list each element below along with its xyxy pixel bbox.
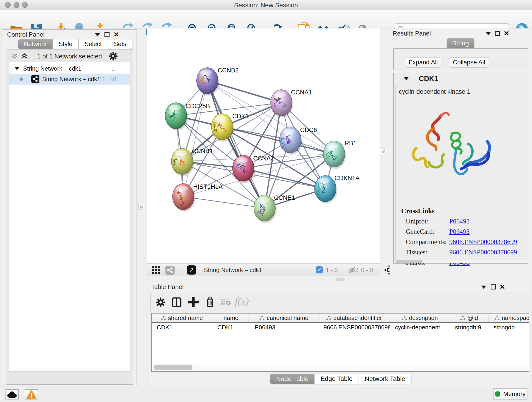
- tab-network[interactable]: Network: [18, 39, 53, 49]
- results-menu-icon[interactable]: [486, 32, 491, 36]
- network-node-CDK1[interactable]: CDK1: [211, 113, 249, 142]
- cloud-icon: [7, 390, 17, 398]
- crosslink-row: Tissues:9606.ENSP00000378699: [401, 247, 523, 257]
- current-network-dot-icon: [19, 77, 23, 81]
- node-label: CDC6: [300, 127, 317, 133]
- network-edge-CCNB2-HIST1H1A[interactable]: [183, 81, 207, 197]
- warnings-button[interactable]: [25, 389, 38, 400]
- column-header-@id[interactable]: @id: [450, 313, 488, 322]
- hidden-node-edge-counts: 0 - 0: [361, 267, 373, 274]
- tab-sets[interactable]: Sets: [108, 39, 133, 49]
- table-cell: CDK1: [212, 323, 250, 332]
- gene-detail-box: cyclin-dependent kinase 1 CrossLinks Uni…: [395, 86, 526, 261]
- node-label: CDC25B: [186, 103, 210, 109]
- crosslink-link[interactable]: P06493: [449, 217, 470, 225]
- delete-column-trash-icon[interactable]: [205, 296, 215, 308]
- column-header-description[interactable]: description: [390, 313, 450, 322]
- table-hscrollbar[interactable]: [152, 364, 528, 371]
- left-splitter-knob[interactable]: [138, 204, 144, 210]
- network-edge-CDK1-RB1[interactable]: [222, 127, 334, 154]
- results-panel-title: Results Panel: [393, 30, 431, 37]
- crosslink-link[interactable]: 9606.ENSP00000378699: [449, 249, 517, 256]
- crosslink-link[interactable]: P06493: [449, 228, 470, 235]
- panel-float-icon[interactable]: [104, 32, 109, 38]
- title-bar: Session: New Session: [0, 0, 532, 10]
- network-collection-label: String Network – cdk1: [23, 65, 81, 72]
- tab-edge-table[interactable]: Edge Table: [315, 374, 359, 384]
- table-menu-icon[interactable]: [481, 286, 486, 290]
- node-label: HIST1H1A: [193, 183, 223, 190]
- collapse-all-button[interactable]: Collapse All: [449, 57, 489, 67]
- control-panel-title: Control Panel: [7, 31, 45, 38]
- results-hscrollbar[interactable]: [395, 260, 527, 263]
- network-node-CCNA1[interactable]: CCNA1: [271, 89, 312, 118]
- tab-string[interactable]: String: [447, 38, 474, 49]
- network-node-CCNE1[interactable]: CCNE1: [254, 194, 295, 223]
- node-table: shared namenamecanonical namedatabase id…: [151, 313, 529, 372]
- status-bar: Memory: [0, 387, 532, 402]
- results-actions-box: Expand All Collapse All: [393, 48, 528, 70]
- expand-all-button[interactable]: Expand All: [405, 57, 441, 67]
- string-view-icon[interactable]: [165, 266, 175, 275]
- open-in-browser-icon[interactable]: ↗: [187, 265, 196, 274]
- network-row-selected[interactable]: String Network – cdk1 11 48: [9, 74, 130, 85]
- table-float-icon[interactable]: [491, 284, 496, 290]
- network-node-CDC25B[interactable]: CDC25B: [165, 103, 210, 131]
- selected-node-edge-counts: 1 - 0: [326, 267, 338, 274]
- network-view-toolbar: ↗ String Network – cdk1 ✓ 1 - 0 0 - 0: [147, 263, 380, 276]
- network-node-count: 11: [99, 76, 105, 83]
- tab-network-table[interactable]: Network Table: [359, 374, 412, 384]
- column-header-canonical-name[interactable]: canonical name: [250, 313, 318, 322]
- tab-select[interactable]: Select: [79, 39, 108, 49]
- network-node-CCNB1[interactable]: CCNB1: [171, 148, 213, 176]
- column-header-name[interactable]: name: [212, 313, 250, 322]
- table-close-icon[interactable]: ✕: [500, 283, 505, 291]
- memory-status-green-icon: [495, 391, 500, 397]
- network-node-HIST1H1A[interactable]: HIST1H1A: [172, 183, 223, 211]
- show-column-icon[interactable]: [172, 297, 182, 308]
- horizontal-splitter-handle[interactable]: [336, 278, 345, 281]
- create-column-plus-icon[interactable]: [188, 297, 199, 308]
- table-panel: Table Panel ✕ f(x) shared namenamecanoni…: [148, 282, 530, 387]
- table-row[interactable]: CDK1CDK1P064939606.ENSP00000378699cyclin…: [152, 323, 529, 332]
- hidden-eye-slash-icon: [348, 267, 358, 274]
- network-node-CCNA2[interactable]: CCNA2: [233, 155, 274, 183]
- network-node-RB1[interactable]: RB1: [323, 140, 357, 169]
- table-settings-gear-icon[interactable]: [156, 297, 166, 308]
- gene-name: CDK1: [419, 75, 438, 83]
- panel-close-icon[interactable]: ✕: [114, 31, 119, 38]
- node-label: CDKN1A: [335, 175, 360, 182]
- crosslink-label: GeneCard:: [401, 228, 449, 235]
- node-label: CCNE1: [274, 194, 295, 201]
- table-cell: stringdb:9...: [450, 323, 488, 332]
- gene-collapse-icon[interactable]: [404, 77, 409, 81]
- selected-indicator-checkbox[interactable]: ✓: [316, 266, 323, 274]
- current-network-name: String Network – cdk1: [204, 267, 262, 274]
- tab-node-table[interactable]: Node Table: [270, 374, 315, 384]
- protein-structure-image: [407, 107, 498, 182]
- network-canvas[interactable]: CCNB2CCNA1CDC25BCDK1CDC6RB1CCNB1CCNA2CDK…: [147, 28, 380, 263]
- network-options-gear-icon[interactable]: [109, 51, 118, 62]
- table-body: CDK1CDK1P064939606.ENSP00000378699cyclin…: [152, 323, 529, 332]
- results-float-icon[interactable]: [495, 31, 500, 37]
- results-close-icon[interactable]: ✕: [504, 29, 509, 37]
- column-header-namespace[interactable]: namespace: [488, 313, 529, 322]
- cloud-status-button[interactable]: [6, 389, 19, 400]
- column-header-shared-name[interactable]: shared name: [152, 313, 212, 322]
- crosslink-row: GeneCard:P06493: [401, 226, 523, 237]
- network-edge-HIST1H1A-CCNE1[interactable]: [183, 197, 265, 208]
- memory-button[interactable]: Memory: [493, 389, 527, 400]
- panel-menu-icon[interactable]: [95, 33, 100, 37]
- network-node-CDKN1A[interactable]: CDKN1A: [315, 175, 360, 204]
- network-node-CDC6[interactable]: CDC6: [279, 127, 317, 155]
- network-edge-count: 48: [110, 76, 116, 83]
- network-collection-row[interactable]: String Network – cdk1 1: [9, 64, 130, 74]
- column-header-database-identifier[interactable]: database identifier: [318, 313, 390, 322]
- right-splitter-knob[interactable]: [381, 148, 386, 154]
- main-toolbar: ?: [0, 10, 532, 28]
- network-node-CCNB2[interactable]: CCNB2: [196, 67, 239, 96]
- birds-eye-grid-icon[interactable]: [152, 266, 160, 274]
- gene-section-box: CDK1 cyclin-dependent kinase 1 CrossLink…: [393, 73, 528, 264]
- tab-style[interactable]: Style: [53, 39, 79, 49]
- crosslink-link[interactable]: 9606.ENSP00000378699: [449, 238, 517, 246]
